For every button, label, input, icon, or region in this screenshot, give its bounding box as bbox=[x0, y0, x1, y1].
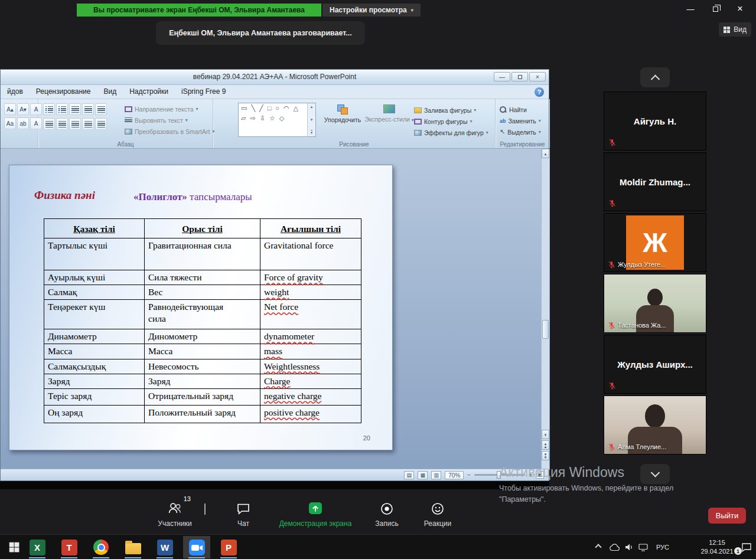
line-spacing-button[interactable] bbox=[95, 103, 107, 115]
shape-icon[interactable]: ⇩ bbox=[260, 115, 265, 122]
ppt-minimize-button[interactable]: — bbox=[494, 72, 510, 81]
next-slide-button[interactable]: ▾▾ bbox=[542, 451, 549, 460]
ppt-titlebar[interactable]: вебинар 29.04.2021 АЭ+АА - Microsoft Pow… bbox=[1, 70, 549, 85]
shapes-gallery-scroll[interactable]: ▴ ▾ ▾ bbox=[307, 103, 315, 136]
shape-outline-button[interactable]: Контур фигуры ▾ bbox=[414, 116, 488, 127]
font-format-button[interactable]: Аа bbox=[4, 117, 16, 129]
find-button[interactable]: Найти bbox=[500, 104, 541, 115]
taskbar-powerpoint-icon[interactable]: P bbox=[215, 536, 242, 558]
ppt-tab[interactable]: йдов bbox=[1, 85, 30, 99]
align-center-button[interactable] bbox=[56, 118, 68, 130]
tray-expand-chevron[interactable] bbox=[592, 535, 605, 559]
volume-icon[interactable] bbox=[623, 535, 636, 559]
indent-decrease-button[interactable] bbox=[69, 103, 81, 115]
columns-button[interactable] bbox=[95, 118, 107, 130]
font-format-button[interactable]: А▾ bbox=[17, 103, 29, 115]
text-direction-button[interactable]: Направление текста ▾ bbox=[125, 103, 214, 115]
shape-icon[interactable]: ◇ bbox=[279, 115, 284, 122]
shape-icon[interactable]: ▱ bbox=[241, 115, 246, 122]
vscroll-thumb[interactable] bbox=[542, 320, 549, 339]
shape-icon[interactable]: △ bbox=[294, 105, 298, 112]
participant-tile[interactable]: Тастанова Жа... bbox=[604, 274, 706, 333]
slide-sorter-button[interactable]: ▦ bbox=[418, 471, 428, 479]
view-settings-button[interactable]: Настройки просмотра ▾ bbox=[322, 4, 421, 17]
align-right-button[interactable] bbox=[69, 118, 81, 130]
participant-tile[interactable]: Moldir Zhumag... bbox=[604, 152, 706, 211]
zoom-out-button[interactable]: − bbox=[467, 472, 471, 478]
shape-icon[interactable]: □ bbox=[268, 105, 272, 112]
slide[interactable]: Физика пәні «Полиглот» тапсырмалары Қаза… bbox=[9, 165, 393, 450]
smartart-button[interactable]: Преобразовать в SmartArt ▾ bbox=[125, 126, 214, 137]
reactions-icon bbox=[431, 501, 445, 516]
replace-button[interactable]: ab Заменить ▾ bbox=[500, 115, 541, 126]
close-button[interactable]: × bbox=[728, 1, 752, 17]
taskbar-clock[interactable]: 12:15 29.04.2021 bbox=[696, 535, 738, 559]
quick-styles-button[interactable]: Экспресс-стили ▾ bbox=[364, 104, 414, 123]
participant-tile[interactable]: Айгуль Н. bbox=[604, 91, 706, 151]
ppt-tab[interactable]: Рецензирование bbox=[30, 85, 97, 99]
shape-icon[interactable]: ╲ bbox=[251, 105, 255, 112]
chevron-down-icon: ▾ bbox=[486, 130, 488, 135]
font-format-button[interactable]: ab bbox=[17, 117, 29, 129]
ppt-close-button[interactable]: × bbox=[529, 72, 546, 81]
restore-button[interactable] bbox=[703, 1, 728, 17]
action-center-icon[interactable]: 1 bbox=[739, 535, 754, 559]
shapes-gallery[interactable]: ▭╲╱□○◠△▱⇨⇩☆◇ ▴ ▾ ▾ bbox=[238, 103, 316, 137]
toolbar-share[interactable]: Демонстрация экрана bbox=[271, 501, 360, 528]
onedrive-icon[interactable] bbox=[607, 535, 621, 559]
toolbar-reactions[interactable]: Реакции bbox=[408, 501, 467, 528]
indent-increase-button[interactable] bbox=[82, 103, 94, 115]
arrange-button[interactable]: Упорядочить bbox=[323, 104, 362, 123]
ppt-restore-button[interactable] bbox=[511, 72, 528, 81]
align-left-button[interactable] bbox=[43, 118, 55, 130]
align-left-icon bbox=[45, 121, 53, 128]
scroll-up-button[interactable]: ▴ bbox=[542, 149, 549, 158]
participant-tile[interactable]: ЖЖулдыз Утеге... bbox=[604, 213, 706, 272]
select-button[interactable]: ↖ Выделить ▾ bbox=[500, 126, 541, 138]
numbering-button[interactable] bbox=[56, 103, 68, 115]
shape-fill-button[interactable]: Заливка фигуры ▾ bbox=[414, 104, 488, 116]
language-indicator[interactable]: РУС bbox=[652, 535, 673, 559]
justify-button[interactable] bbox=[82, 118, 94, 130]
font-format-button[interactable]: А▴ bbox=[4, 103, 16, 115]
previous-slide-button[interactable]: ▴▴ bbox=[542, 440, 549, 450]
ppt-vscroll[interactable]: ▴ ▾ ▴▴ ▾▾ bbox=[541, 149, 549, 470]
align-text-button[interactable]: Выровнять текст ▾ bbox=[125, 115, 214, 126]
ppt-tab[interactable]: iSpring Free 9 bbox=[175, 85, 232, 99]
toolbar-participants[interactable]: 13 Участники bbox=[145, 501, 204, 528]
zoom-level[interactable]: 70% bbox=[445, 471, 464, 479]
taskbar-excel-icon[interactable]: X bbox=[24, 536, 51, 558]
minimize-button[interactable]: — bbox=[678, 1, 703, 17]
panel-collapse-down[interactable] bbox=[640, 464, 670, 484]
participants-chevron[interactable] bbox=[204, 505, 206, 515]
shape-icon[interactable]: ○ bbox=[275, 105, 279, 112]
slideshow-button[interactable]: ▥ bbox=[431, 471, 441, 479]
participant-tile[interactable]: Жулдыз Аширх... bbox=[604, 335, 706, 394]
taskbar-chrome-icon[interactable] bbox=[87, 536, 115, 558]
network-icon[interactable] bbox=[637, 535, 650, 559]
taskbar-word-icon[interactable]: W bbox=[151, 536, 178, 558]
participant-tile[interactable]: Алма Тлеулие... bbox=[604, 395, 706, 455]
ppt-tab[interactable]: Надстройки bbox=[123, 85, 175, 99]
ppt-tab[interactable]: Вид bbox=[97, 85, 123, 99]
toolbar-chat[interactable]: Чат bbox=[214, 501, 273, 528]
ppt-help-button[interactable]: ? bbox=[535, 87, 544, 97]
scroll-down-button[interactable]: ▾ bbox=[542, 430, 549, 439]
view-button[interactable]: Вид bbox=[719, 22, 751, 37]
taskbar-zoom-icon[interactable] bbox=[183, 536, 210, 558]
taskbar-t-app-icon[interactable]: T bbox=[56, 536, 83, 558]
panel-collapse-up[interactable] bbox=[640, 67, 670, 87]
shape-icon[interactable]: ◠ bbox=[284, 105, 289, 112]
toolbar-record[interactable]: Запись bbox=[357, 501, 416, 528]
shape-icon[interactable]: ╱ bbox=[259, 105, 263, 112]
table-row: Теңәрекет күшРавнодействующая силаNet fo… bbox=[44, 300, 361, 329]
table-header-row: Қазақ тіліОрыс тіліАғылшын тілі bbox=[44, 219, 361, 238]
bullets-button[interactable] bbox=[43, 103, 55, 115]
shape-icon[interactable]: ▭ bbox=[241, 105, 247, 112]
shape-effects-button[interactable]: Эффекты для фигур ▾ bbox=[414, 127, 488, 138]
taskbar-explorer-icon[interactable] bbox=[119, 536, 146, 558]
shape-icon[interactable]: ⇨ bbox=[250, 115, 255, 122]
shape-icon[interactable]: ☆ bbox=[269, 115, 275, 122]
normal-view-button[interactable]: ▤ bbox=[404, 471, 414, 479]
leave-button[interactable]: Выйти bbox=[708, 508, 746, 524]
